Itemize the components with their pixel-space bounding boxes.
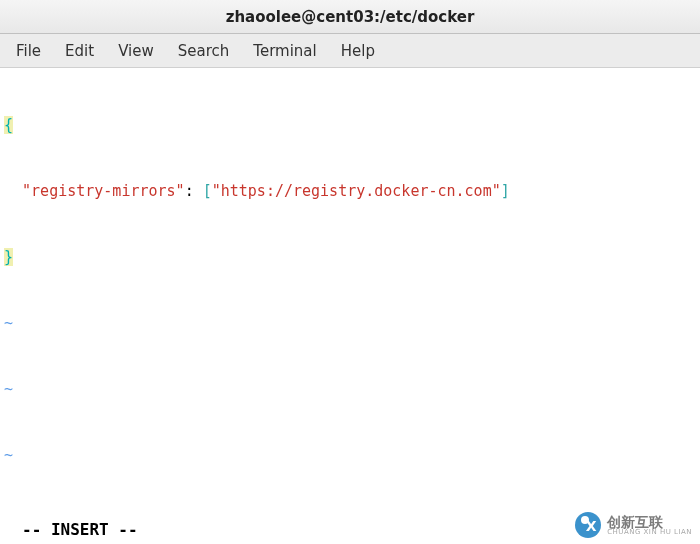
json-colon: : <box>185 182 203 200</box>
watermark-cn: 创新互联 <box>607 515 692 529</box>
window-titlebar: zhaoolee@cent03:/etc/docker <box>0 0 700 34</box>
json-key: "registry-mirrors" <box>22 182 185 200</box>
vim-tilde: ~ <box>0 444 700 466</box>
vim-mode: INSERT <box>51 520 109 539</box>
vim-tilde: ~ <box>0 378 700 400</box>
menu-view[interactable]: View <box>106 36 166 66</box>
json-string-value: "https://registry.docker-cn.com" <box>212 182 501 200</box>
menu-search[interactable]: Search <box>166 36 242 66</box>
watermark-text: 创新互联 CHUANG XIN HU LIAN <box>607 515 692 536</box>
watermark: X 创新互联 CHUANG XIN HU LIAN <box>575 512 692 538</box>
editor-area[interactable]: { "registry-mirrors": ["https://registry… <box>0 68 700 516</box>
json-close-bracket: ] <box>501 182 510 200</box>
menu-terminal[interactable]: Terminal <box>241 36 328 66</box>
menu-help[interactable]: Help <box>329 36 387 66</box>
watermark-en: CHUANG XIN HU LIAN <box>607 529 692 536</box>
menu-edit[interactable]: Edit <box>53 36 106 66</box>
editor-line-3: } <box>0 246 700 268</box>
editor-line-1: { <box>0 114 700 136</box>
menubar: File Edit View Search Terminal Help <box>0 34 700 68</box>
json-open-bracket: [ <box>203 182 212 200</box>
editor-line-2: "registry-mirrors": ["https://registry.d… <box>0 180 700 202</box>
watermark-logo-icon: X <box>575 512 601 538</box>
json-close-brace: } <box>4 248 13 266</box>
json-open-brace: { <box>4 116 13 134</box>
menu-file[interactable]: File <box>4 36 53 66</box>
window-title: zhaoolee@cent03:/etc/docker <box>226 8 475 26</box>
vim-tilde: ~ <box>0 312 700 334</box>
watermark-letter: X <box>586 518 597 534</box>
